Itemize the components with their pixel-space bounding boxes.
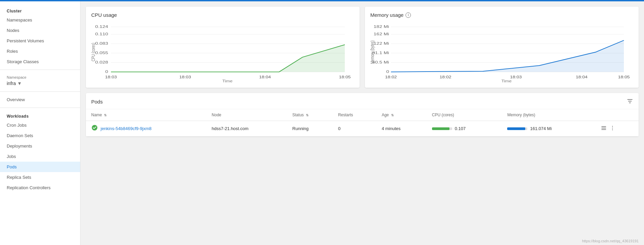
svg-point-46 xyxy=(612,126,613,126)
col-header-actions xyxy=(595,109,639,121)
col-header-cpu: CPU (cores) xyxy=(427,109,502,121)
pods-title: Pods xyxy=(91,99,103,105)
pods-table: Name ⇅ Node Status ⇅ Restarts xyxy=(86,109,639,136)
namespace-section: Namespace infra ▼ xyxy=(0,73,80,89)
col-header-restarts: Restarts xyxy=(333,109,376,121)
svg-text:CPU (cores): CPU (cores) xyxy=(91,43,96,62)
svg-text:0.028: 0.028 xyxy=(95,60,108,64)
svg-text:0: 0 xyxy=(386,70,389,74)
svg-text:0: 0 xyxy=(105,70,108,74)
cpu-chart-area: 0.124 0.110 0.083 0.055 0.028 0 CPU (cor… xyxy=(91,22,354,82)
svg-text:18:04: 18:04 xyxy=(259,75,271,79)
mem-bar xyxy=(507,127,527,130)
pod-cpu: 0.107 xyxy=(427,121,502,136)
sidebar-item-roles[interactable]: Roles xyxy=(0,46,80,56)
svg-text:18:04: 18:04 xyxy=(576,75,587,79)
svg-text:162 Mi: 162 Mi xyxy=(374,32,389,36)
sidebar-divider-3 xyxy=(0,108,80,108)
memory-value: 161.074 Mi xyxy=(530,126,551,131)
svg-text:18:05: 18:05 xyxy=(618,75,630,79)
memory-chart-area: 182 Mi 162 Mi 122 Mi 81.1 Mi 40.5 Mi 0 M… xyxy=(370,22,633,82)
filter-icon[interactable] xyxy=(627,98,633,106)
sidebar-item-deployments[interactable]: Deployments xyxy=(0,141,80,151)
svg-text:18:03: 18:03 xyxy=(179,75,191,79)
sort-icon-status[interactable]: ⇅ xyxy=(306,113,309,117)
sort-icon-age[interactable]: ⇅ xyxy=(391,113,394,117)
sidebar-item-replication-controllers[interactable]: Replication Controllers xyxy=(0,182,80,193)
col-header-name: Name ⇅ xyxy=(86,109,206,121)
pods-header: Pods xyxy=(86,93,639,109)
svg-text:Time: Time xyxy=(501,79,512,82)
pod-node: hdss7-21.host.com xyxy=(206,121,287,136)
svg-text:18:02: 18:02 xyxy=(385,75,397,79)
sidebar-item-daemon-sets[interactable]: Daemon Sets xyxy=(0,130,80,141)
sidebar-item-overview[interactable]: Overview xyxy=(0,94,80,105)
sidebar-item-nodes[interactable]: Nodes xyxy=(0,25,80,36)
svg-marker-32 xyxy=(391,40,624,72)
svg-text:0.124: 0.124 xyxy=(95,25,108,29)
cpu-value: 0.107 xyxy=(455,126,466,131)
namespace-label: Namespace xyxy=(7,75,73,79)
sidebar-item-pods[interactable]: Pods xyxy=(0,162,80,172)
col-header-node: Node xyxy=(206,109,287,121)
namespace-value: infra xyxy=(7,81,16,86)
pod-age: 4 minutes xyxy=(376,121,427,136)
cluster-section-title: Cluster xyxy=(0,5,80,15)
svg-text:Time: Time xyxy=(222,79,233,82)
svg-text:122 Mi: 122 Mi xyxy=(374,41,389,45)
chevron-down-icon: ▼ xyxy=(17,81,22,86)
info-icon[interactable]: i xyxy=(406,12,411,18)
namespace-select[interactable]: infra ▼ xyxy=(7,81,73,86)
svg-text:18:05: 18:05 xyxy=(339,75,351,79)
workloads-section-title: Workloads xyxy=(0,111,80,120)
table-row: jenkins-54b8469cf9-9jxm8 hdss7-21.host.c… xyxy=(86,121,639,136)
pod-restarts: 0 xyxy=(333,121,376,136)
col-header-age: Age ⇅ xyxy=(376,109,427,121)
pod-name-link[interactable]: jenkins-54b8469cf9-9jxm8 xyxy=(101,126,152,131)
pod-memory: 161.074 Mi xyxy=(502,121,595,136)
main-content: CPU usage 0.124 0.110 0.083 0.055 0.028 … xyxy=(80,1,644,245)
sidebar-item-replica-sets[interactable]: Replica Sets xyxy=(0,172,80,182)
col-header-memory: Memory (bytes) xyxy=(502,109,595,121)
svg-text:18:02: 18:02 xyxy=(439,75,451,79)
status-ok-icon xyxy=(91,124,98,133)
svg-point-47 xyxy=(612,127,613,128)
svg-text:0.110: 0.110 xyxy=(95,32,108,36)
sidebar: Cluster Namespaces Nodes Persistent Volu… xyxy=(0,1,80,245)
svg-text:18:03: 18:03 xyxy=(105,75,117,79)
cpu-chart-title: CPU usage xyxy=(91,12,354,18)
sidebar-item-persistent-volumes[interactable]: Persistent Volumes xyxy=(0,36,80,46)
charts-row: CPU usage 0.124 0.110 0.083 0.055 0.028 … xyxy=(86,7,639,88)
sidebar-item-namespaces[interactable]: Namespaces xyxy=(0,15,80,25)
svg-text:0.055: 0.055 xyxy=(95,51,108,55)
sort-icon-name[interactable]: ⇅ xyxy=(104,113,107,117)
sidebar-item-storage-classes[interactable]: Storage Classes xyxy=(0,56,80,67)
memory-chart-card: Memory usage i 182 Mi 162 Mi 122 Mi 81.1… xyxy=(365,7,639,88)
sidebar-item-cron-jobs[interactable]: Cron Jobs xyxy=(0,120,80,130)
svg-marker-13 xyxy=(111,45,345,72)
svg-text:0.083: 0.083 xyxy=(95,41,108,45)
cpu-chart-card: CPU usage 0.124 0.110 0.083 0.055 0.028 … xyxy=(86,7,360,88)
sidebar-divider-2 xyxy=(0,91,80,92)
svg-point-48 xyxy=(612,129,613,130)
sidebar-item-jobs[interactable]: Jobs xyxy=(0,151,80,162)
memory-chart-svg: 182 Mi 162 Mi 122 Mi 81.1 Mi 40.5 Mi 0 M… xyxy=(370,22,633,82)
cpu-chart-svg: 0.124 0.110 0.083 0.055 0.028 0 CPU (cor… xyxy=(91,22,354,82)
mem-bar-fill xyxy=(507,127,525,130)
memory-chart-title: Memory usage i xyxy=(370,12,633,18)
pods-card: Pods Name ⇅ xyxy=(86,93,639,136)
cpu-bar xyxy=(432,127,452,130)
sidebar-divider xyxy=(0,70,80,70)
pod-status-icon-cell: jenkins-54b8469cf9-9jxm8 xyxy=(86,121,206,136)
cpu-bar-fill xyxy=(432,127,449,130)
svg-text:18:03: 18:03 xyxy=(510,75,522,79)
pod-status: Running xyxy=(287,121,333,136)
svg-text:182 Mi: 182 Mi xyxy=(374,25,389,29)
col-header-status: Status ⇅ xyxy=(287,109,333,121)
row-menu-icon[interactable] xyxy=(601,125,607,132)
row-more-icon[interactable] xyxy=(609,125,615,132)
svg-text:Memory (bytes): Memory (bytes) xyxy=(370,40,375,64)
pod-row-actions xyxy=(595,121,639,136)
table-header-row: Name ⇅ Node Status ⇅ Restarts xyxy=(86,109,639,121)
watermark: https://blog.csdn.net/qq_43619191 xyxy=(582,239,639,243)
